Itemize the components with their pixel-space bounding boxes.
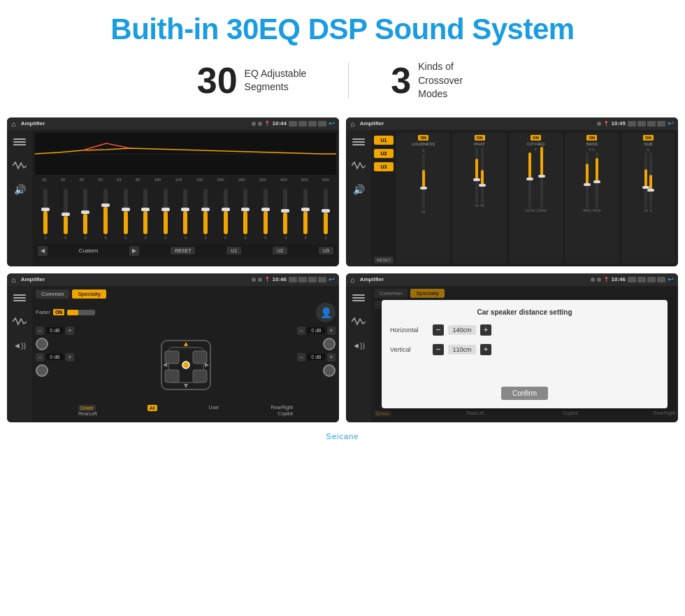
sp-rl-minus[interactable]: − — [36, 353, 44, 361]
eq-slider-9[interactable]: 0 — [196, 189, 215, 240]
eq-slider-2[interactable]: 0 — [57, 189, 75, 240]
screen-eq-sidebar: 🔊 — [7, 130, 32, 266]
eq-slider-7[interactable]: 0 — [157, 189, 175, 240]
dialog-vertical-plus[interactable]: + — [480, 344, 491, 355]
sp-fr-plus[interactable]: + — [327, 327, 336, 335]
sp-fr-knob[interactable] — [323, 338, 336, 350]
eq-slider-10[interactable]: 0 — [216, 189, 235, 240]
stat-crossover-desc: Kinds of Crossover Modes — [418, 60, 488, 101]
eq-prev-btn[interactable]: ◀ — [38, 246, 48, 256]
home-icon-amp[interactable]: ⌂ — [350, 120, 355, 128]
back-amp-icon[interactable]: ↩ — [668, 119, 674, 128]
eq-u1-btn[interactable]: U1 — [226, 247, 241, 255]
eq-slider-5[interactable]: 0 — [116, 189, 135, 240]
sp-label-driver[interactable]: Driver — [78, 405, 96, 411]
sidebar-amp-speaker-icon[interactable]: 🔊 — [350, 182, 367, 197]
screens-grid: ⌂ Amplifier 📍 10:44 ↩ — [0, 114, 685, 429]
sp-db-rl: − 0 dB + — [36, 353, 74, 361]
eq-slider-11[interactable]: 0 — [236, 189, 255, 240]
amp-ch-loudness-on[interactable]: ON — [418, 135, 428, 141]
sidebar-sp-wave-icon[interactable] — [11, 314, 28, 329]
sp-fr-minus[interactable]: − — [297, 327, 305, 335]
fader-on-badge[interactable]: ON — [53, 309, 65, 315]
amp-ch-phat-on[interactable]: ON — [475, 135, 485, 141]
eq-slider-12[interactable]: 0 — [257, 189, 275, 240]
eq-slider-8[interactable]: 0 — [176, 189, 195, 240]
sp-rr-knob[interactable] — [323, 364, 336, 377]
close-dist-icon — [647, 277, 656, 282]
profile-icon[interactable]: 👤 — [316, 303, 336, 322]
sp-label-copilot[interactable]: Copilot — [277, 411, 293, 416]
sp-rr-minus[interactable]: − — [297, 353, 305, 361]
sp-rl-val: 0 dB — [46, 354, 64, 360]
eq-slider-13[interactable]: -1 — [276, 189, 295, 240]
back-icon[interactable]: ↩ — [329, 119, 335, 128]
sidebar-wave-icon[interactable] — [11, 158, 28, 173]
sp-label-rearight[interactable]: RearRight — [271, 405, 293, 411]
eq-slider-15[interactable]: -1 — [316, 189, 335, 240]
amp-reset-btn[interactable]: RESET — [374, 257, 394, 264]
sp-fr-knob-row — [297, 338, 336, 350]
dist-driver-label: Driver — [374, 410, 391, 417]
back-sp-icon[interactable]: ↩ — [329, 275, 335, 284]
eq-reset-btn[interactable]: RESET — [171, 247, 195, 255]
stat-crossover-number: 3 — [391, 62, 411, 99]
sidebar-sp-eq-icon[interactable] — [11, 290, 28, 306]
sp-fl-minus[interactable]: − — [36, 327, 44, 335]
sp-db-rr: − 0 dB + — [297, 353, 336, 361]
confirm-button[interactable]: Confirm — [501, 387, 548, 400]
screen-dist-topbar: ⌂ Amplifier 📍 10:46 ↩ — [346, 273, 678, 286]
amp-ch-sub-on[interactable]: ON — [643, 135, 654, 141]
screen-speaker-topbar: ⌂ Amplifier 📍 10:46 ↩ — [7, 273, 339, 286]
eq-u3-btn[interactable]: U3 — [319, 247, 333, 255]
location-icon: 📍 — [264, 121, 271, 127]
eq-slider-1[interactable]: 0 — [36, 189, 55, 240]
eq-slider-4[interactable]: 5 — [96, 189, 115, 240]
screen-dist-content: ◄)) Common Specialty − 0 dB — [346, 286, 678, 422]
sidebar-dist-speaker-icon[interactable]: ◄)) — [350, 338, 367, 353]
sidebar-eq-icon[interactable] — [11, 134, 28, 150]
amp-u2-btn[interactable]: U2 — [374, 149, 394, 158]
svg-rect-5 — [165, 370, 179, 382]
dialog-horizontal-plus[interactable]: + — [480, 324, 491, 336]
sp-rr-plus[interactable]: + — [327, 353, 336, 361]
sp-rl-knob[interactable] — [36, 364, 48, 377]
eq-slider-6[interactable]: 0 — [136, 189, 155, 240]
sp-left-controls: − 0 dB + − 0 dB + — [36, 327, 74, 377]
sidebar-dist-wave-icon[interactable] — [350, 314, 367, 329]
eq-u2-btn[interactable]: U2 — [273, 247, 287, 255]
sp-fl-knob-row — [36, 338, 74, 350]
sidebar-amp-eq-icon[interactable] — [350, 134, 367, 150]
amp-ch-loudness: ON LOUDNESS G 64 — [396, 133, 450, 264]
amp-main-area: U1 U2 U3 RESET ON LOUDNESS — [371, 130, 678, 266]
home-icon[interactable]: ⌂ — [11, 120, 16, 128]
amp-ch-cutfreq-on[interactable]: ON — [531, 135, 541, 141]
eq-slider-3[interactable]: 0 — [76, 189, 95, 240]
back-dist-icon[interactable]: ↩ — [668, 275, 674, 284]
sidebar-speaker-icon[interactable]: 🔊 — [11, 182, 28, 197]
pip-sp-icon — [318, 277, 326, 282]
sp-fl-knob[interactable] — [36, 338, 48, 350]
fader-bar[interactable] — [67, 310, 95, 315]
home-icon-dist[interactable]: ⌂ — [350, 275, 355, 284]
dialog-vertical-minus[interactable]: − — [433, 344, 444, 355]
sp-tab-common[interactable]: Common — [36, 289, 69, 299]
sp-fl-plus[interactable]: + — [66, 327, 74, 335]
sp-label-all[interactable]: All — [147, 405, 157, 411]
sp-tab-specialty[interactable]: Specialty — [72, 289, 106, 299]
amp-ch-bass-on[interactable]: ON — [586, 135, 597, 141]
eq-slider-14[interactable]: 0 — [296, 189, 315, 240]
amp-u3-btn[interactable]: U3 — [374, 162, 394, 171]
sidebar-amp-wave-icon[interactable] — [350, 158, 367, 173]
amp-ch-bass: ON BASS F G 90Hz — [565, 133, 619, 264]
amp-u1-btn[interactable]: U1 — [374, 136, 394, 145]
dialog-horizontal-row: Horizontal − 140cm + — [390, 324, 659, 336]
eq-next-btn[interactable]: ▶ — [129, 246, 139, 256]
sidebar-dist-eq-icon[interactable] — [350, 290, 367, 306]
sp-rl-plus[interactable]: + — [66, 353, 74, 361]
home-icon-sp[interactable]: ⌂ — [11, 275, 16, 284]
dialog-horizontal-minus[interactable]: − — [433, 324, 444, 336]
sp-label-user[interactable]: User — [209, 405, 219, 411]
sp-label-rearleft[interactable]: RearLeft — [78, 411, 97, 416]
sidebar-sp-speaker-icon[interactable]: ◄)) — [11, 338, 28, 353]
